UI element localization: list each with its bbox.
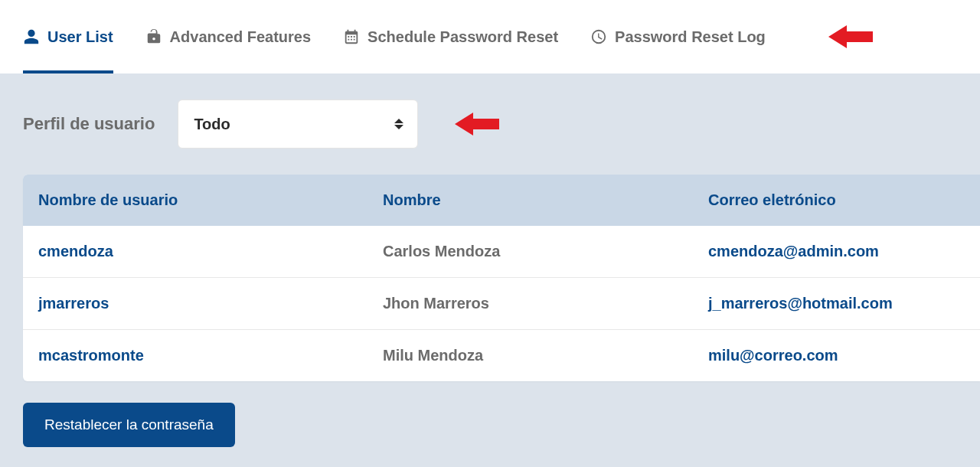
- calendar-icon: [343, 28, 360, 45]
- table-row[interactable]: jmarreros Jhon Marreros j_marreros@hotma…: [23, 278, 980, 330]
- lock-open-icon: [145, 28, 162, 45]
- tabs-bar: User List Advanced Features Schedule Pas…: [0, 0, 980, 73]
- clock-icon: [590, 28, 607, 45]
- cell-username: mcastromonte: [23, 330, 368, 382]
- table-row[interactable]: cmendoza Carlos Mendoza cmendoza@admin.c…: [23, 226, 980, 278]
- annotation-arrow-icon: [828, 25, 873, 48]
- col-email[interactable]: Correo eletrónico: [693, 175, 980, 226]
- tab-label: Password Reset Log: [615, 28, 766, 46]
- content-area: Perfil de usuario Todo Nombre de usuario…: [0, 73, 980, 467]
- cell-fullname: Carlos Mendoza: [368, 226, 693, 278]
- annotation-arrow-icon: [455, 113, 499, 136]
- cell-email: milu@correo.com: [693, 330, 980, 382]
- select-sort-icon: [394, 119, 403, 129]
- tab-user-list[interactable]: User List: [23, 0, 113, 73]
- filter-label: Perfil de usuario: [23, 114, 155, 134]
- svg-marker-1: [455, 113, 499, 136]
- reset-password-button[interactable]: Restablecer la contraseña: [23, 403, 235, 447]
- tab-label: User List: [47, 28, 113, 46]
- cell-username: jmarreros: [23, 278, 368, 330]
- user-icon: [23, 28, 40, 45]
- cell-fullname: Milu Mendoza: [368, 330, 693, 382]
- svg-marker-0: [828, 25, 873, 48]
- cell-fullname: Jhon Marreros: [368, 278, 693, 330]
- tab-schedule-password-reset[interactable]: Schedule Password Reset: [343, 0, 558, 73]
- cell-username: cmendoza: [23, 226, 368, 278]
- table-header-row: Nombre de usuario Nombre Correo eletróni…: [23, 175, 980, 226]
- cell-email: cmendoza@admin.com: [693, 226, 980, 278]
- col-username[interactable]: Nombre de usuario: [23, 175, 368, 226]
- table-row[interactable]: mcastromonte Milu Mendoza milu@correo.co…: [23, 330, 980, 382]
- tab-password-reset-log[interactable]: Password Reset Log: [590, 0, 766, 73]
- tab-label: Schedule Password Reset: [368, 28, 558, 46]
- tab-advanced-features[interactable]: Advanced Features: [145, 0, 312, 73]
- cell-email: j_marreros@hotmail.com: [693, 278, 980, 330]
- select-value: Todo: [194, 116, 230, 133]
- profile-select[interactable]: Todo: [178, 100, 418, 149]
- col-fullname[interactable]: Nombre: [368, 175, 693, 226]
- tab-label: Advanced Features: [170, 28, 312, 46]
- filter-row: Perfil de usuario Todo: [23, 100, 980, 149]
- user-table: Nombre de usuario Nombre Correo eletróni…: [23, 175, 980, 381]
